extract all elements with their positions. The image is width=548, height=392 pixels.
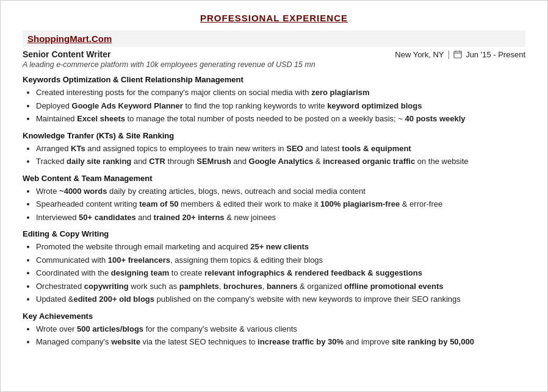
sub-section-title-3: Editing & Copy Writing [23, 229, 525, 238]
bullet-item-4-1: Managed company's website via the latest… [36, 336, 525, 348]
job-meta: New York, NY | Jun '15 - Present [395, 49, 525, 59]
resume-page: PROFESSIONAL EXPERIENCE ShoppingMart.Com… [0, 0, 548, 392]
bullet-item-0-1: Deployed Google Ads Keyword Planner to f… [36, 100, 525, 112]
bullet-item-3-1: Communicated with 100+ freelancers, assi… [36, 254, 525, 266]
location: New York, NY [395, 50, 444, 59]
job-header: Senior Content Writer New York, NY | Jun… [23, 49, 525, 59]
sub-section-0: Keywords Optimization & Client Relations… [23, 75, 525, 125]
bullet-list-1: Arranged KTs and assigned topics to empl… [23, 143, 525, 168]
bullet-item-3-0: Promoted the website through email marke… [36, 241, 525, 253]
bullet-item-2-1: Spearheaded content writing team of 50 m… [36, 198, 525, 210]
sub-section-title-0: Keywords Optimization & Client Relations… [23, 75, 525, 84]
bullet-item-3-3: Orchestrated copywriting work such as pa… [36, 280, 525, 293]
bullet-item-1-0: Arranged KTs and assigned topics to empl… [36, 143, 525, 155]
date-range: Jun '15 - Present [466, 50, 525, 59]
bullet-item-3-4: Updated &edited 200+ old blogs published… [36, 293, 525, 305]
bullet-list-4: Wrote over 500 articles/blogs for the co… [23, 323, 525, 348]
job-title: Senior Content Writer [23, 49, 110, 59]
separator: | [447, 49, 450, 59]
sub-section-1: Knowledge Tranfer (KTs) & Site RankingAr… [23, 131, 525, 168]
bullet-list-2: Wrote ~4000 words daily by creating arti… [23, 185, 525, 224]
bullet-item-4-0: Wrote over 500 articles/blogs for the co… [36, 323, 525, 335]
bullet-item-2-0: Wrote ~4000 words daily by creating arti… [36, 185, 525, 198]
bullet-item-3-2: Coordinated with the designing team to c… [36, 267, 525, 279]
sub-section-2: Web Content & Team ManagementWrote ~4000… [23, 174, 525, 224]
sub-section-title-1: Knowledge Tranfer (KTs) & Site Ranking [23, 131, 525, 140]
job-description: A leading e-commerce platform with 10k e… [23, 60, 525, 69]
bullet-item-0-2: Maintained Excel sheets to manage the to… [36, 113, 525, 125]
sub-sections-container: Keywords Optimization & Client Relations… [23, 75, 525, 348]
section-title: PROFESSIONAL EXPERIENCE [23, 13, 525, 23]
bullet-list-3: Promoted the website through email marke… [23, 241, 525, 305]
bullet-item-0-0: Created interesting posts for the compan… [36, 87, 525, 99]
bullet-list-0: Created interesting posts for the compan… [23, 87, 525, 125]
bullet-item-2-2: Interviewed 50+ candidates and trained 2… [36, 212, 525, 224]
company-bar: ShoppingMart.Com [23, 30, 525, 47]
sub-section-3: Editing & Copy WritingPromoted the websi… [23, 229, 525, 305]
svg-rect-0 [454, 51, 461, 58]
sub-section-title-4: Key Achievements [23, 312, 525, 321]
sub-section-title-2: Web Content & Team Management [23, 174, 525, 183]
sub-section-4: Key AchievementsWrote over 500 articles/… [23, 312, 525, 348]
calendar-icon [453, 50, 462, 59]
company-name: ShoppingMart.Com [27, 34, 112, 44]
bullet-item-1-1: Tracked daily site ranking and CTR throu… [36, 155, 525, 168]
